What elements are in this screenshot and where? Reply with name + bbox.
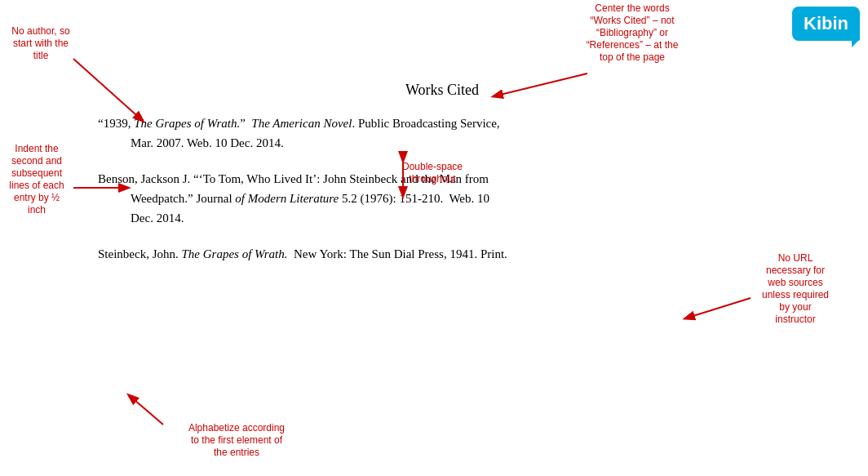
indent-annotation-1: Indent the — [15, 143, 59, 154]
no-author-annotation-3: title — [33, 50, 49, 61]
entry-3-line-1: Steinbeck, John. The Grapes of Wrath. Ne… — [98, 244, 786, 264]
document-content: Works Cited “1939, The Grapes of Wrath.”… — [98, 82, 786, 443]
center-annotation-4: “References” – at the — [587, 39, 679, 51]
center-annotation-3: “Bibliography” or — [596, 27, 668, 38]
entry-3: Steinbeck, John. The Grapes of Wrath. Ne… — [98, 244, 786, 264]
center-annotation-2: “Works Cited” – not — [590, 15, 675, 26]
entry-2: Benson, Jackson J. “‘To Tom, Who Lived I… — [98, 169, 786, 228]
no-author-annotation: No author, so — [11, 25, 70, 37]
indent-annotation-4: lines of each — [9, 180, 64, 191]
entry-2-line-3: Dec. 2014. — [131, 208, 786, 228]
kibin-logo: Kibin — [792, 7, 860, 41]
center-annotation-1: Center the words — [595, 2, 669, 14]
entry-2-line-2: Weedpatch.” Journal of Modern Literature… — [131, 189, 786, 208]
entry-1-line-1: “1939, The Grapes of Wrath.” The America… — [98, 113, 786, 133]
alpha-annotation-3: the entries — [214, 447, 259, 458]
center-annotation-5: top of the page — [600, 51, 665, 63]
works-cited-title: Works Cited — [98, 82, 786, 99]
indent-annotation-5: entry by ½ — [14, 192, 60, 203]
entry-2-line-1: Benson, Jackson J. “‘To Tom, Who Lived I… — [98, 169, 786, 189]
no-author-annotation-2: start with the — [13, 38, 69, 49]
kibin-label: Kibin — [804, 13, 848, 33]
entry-1: “1939, The Grapes of Wrath.” The America… — [98, 113, 786, 153]
indent-annotation-6: inch — [28, 204, 46, 216]
indent-annotation-2: second and — [11, 155, 62, 167]
entry-1-line-2: Mar. 2007. Web. 10 Dec. 2014. — [131, 133, 786, 153]
indent-annotation-3: subsequent — [11, 167, 63, 179]
